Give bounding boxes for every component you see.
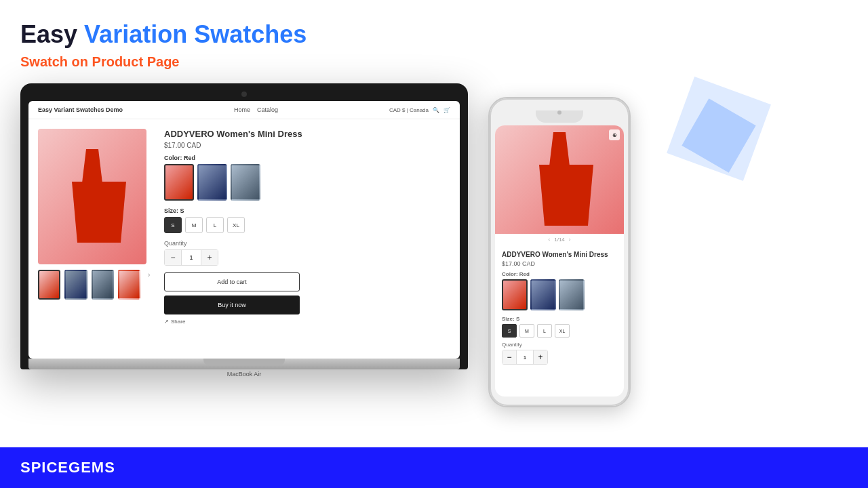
- quantity-control: − 1 +: [164, 249, 218, 266]
- color-swatch-floral[interactable]: [231, 164, 260, 201]
- laptop-stand: [203, 359, 285, 365]
- qty-minus-button[interactable]: −: [165, 250, 181, 265]
- dress-image: [72, 149, 113, 244]
- phone-color-swatch-red[interactable]: [502, 279, 528, 310]
- phone-size-m[interactable]: M: [519, 324, 534, 338]
- product-thumbnails: ›: [38, 270, 153, 300]
- size-m[interactable]: M: [185, 217, 203, 233]
- phone-prev-arrow[interactable]: ‹: [549, 237, 551, 243]
- phone-size-s[interactable]: S: [502, 324, 517, 338]
- phone-mockup: ⊕ ‹ 1/14 › ADDYVERO Women's Mini Dress $…: [488, 97, 631, 407]
- phone-camera: [557, 110, 561, 115]
- color-swatches: [164, 164, 450, 201]
- store-nav-links: Home Catalog: [234, 106, 278, 113]
- product-area: › ADDYVERO Women's Mini Dress $17.00 CAD…: [28, 119, 460, 334]
- thumbnail-1[interactable]: [38, 270, 60, 300]
- nav-home[interactable]: Home: [234, 106, 250, 113]
- product-details: ADDYVERO Women's Mini Dress $17.00 CAD C…: [164, 129, 450, 325]
- phone-zoom-icon[interactable]: ⊕: [609, 129, 620, 140]
- laptop-screen: Easy Variant Swatches Demo Home Catalog …: [28, 101, 460, 359]
- phone-color-swatch-navy[interactable]: [530, 279, 556, 310]
- store-nav-right: CAD $ | Canada 🔍 🛒: [389, 107, 450, 113]
- phone-size-label: Size: S: [502, 316, 617, 322]
- phone-image-nav: ‹ 1/14 ›: [495, 234, 624, 245]
- phone-color-swatch-floral[interactable]: [559, 279, 585, 310]
- size-xl[interactable]: XL: [227, 217, 245, 233]
- macbook-label: MacBook Air: [20, 371, 468, 378]
- cart-icon[interactable]: 🛒: [443, 107, 450, 113]
- color-swatch-red[interactable]: [164, 164, 194, 201]
- qty-plus-button[interactable]: +: [201, 250, 218, 265]
- laptop-base: [28, 359, 460, 369]
- phone-dress-image: [539, 132, 580, 227]
- store-logo: Easy Variant Swatches Demo: [38, 106, 123, 113]
- phone-quantity-control: − 1 +: [502, 350, 548, 365]
- phone-color-label: Color: Red: [502, 271, 617, 277]
- product-price: $17.00 CAD: [164, 142, 450, 149]
- search-icon[interactable]: 🔍: [433, 107, 439, 113]
- phone-qty-value: 1: [516, 350, 534, 364]
- thumbnail-2[interactable]: [64, 270, 87, 300]
- bottom-bar: SPICEGEMS: [0, 447, 868, 488]
- size-swatches: S M L XL: [164, 217, 450, 233]
- color-label: Color: Red: [164, 155, 450, 161]
- phone-next-arrow[interactable]: ›: [569, 237, 571, 243]
- phone-size-l[interactable]: L: [537, 324, 552, 338]
- spicegems-logo: SPICEGEMS: [20, 459, 115, 476]
- quantity-label: Quantity: [164, 240, 450, 247]
- qty-value: 1: [181, 250, 201, 265]
- product-main-image: [38, 129, 146, 264]
- size-l[interactable]: L: [206, 217, 224, 233]
- phone-product-title: ADDYVERO Women's Mini Dress: [502, 251, 617, 258]
- phone-notch: [536, 110, 583, 123]
- subtitle: Swatch on Product Page: [20, 54, 848, 70]
- phone-screen: ⊕ ‹ 1/14 › ADDYVERO Women's Mini Dress $…: [495, 125, 624, 396]
- laptop-body: Easy Variant Swatches Demo Home Catalog …: [20, 83, 468, 369]
- phone-size-swatches: S M L XL: [502, 324, 617, 338]
- phone-body: ⊕ ‹ 1/14 › ADDYVERO Women's Mini Dress $…: [488, 97, 631, 407]
- thumbnail-4[interactable]: [118, 270, 140, 300]
- laptop-mockup: Easy Variant Swatches Demo Home Catalog …: [20, 83, 468, 378]
- product-title: ADDYVERO Women's Mini Dress: [164, 129, 450, 139]
- thumbnail-next-arrow[interactable]: ›: [144, 270, 153, 279]
- size-s[interactable]: S: [164, 217, 182, 233]
- share-icon: ↗: [164, 319, 169, 325]
- main-title: Easy Variation Swatches: [20, 20, 848, 49]
- phone-product-price: $17.00 CAD: [502, 260, 617, 267]
- add-to-cart-button[interactable]: Add to cart: [164, 272, 300, 291]
- phone-product-details: ADDYVERO Women's Mini Dress $17.00 CAD C…: [495, 245, 624, 370]
- phone-quantity-label: Quantity: [502, 342, 617, 348]
- share-link[interactable]: ↗ Share: [164, 319, 450, 325]
- page-header: Easy Variation Swatches Swatch on Produc…: [0, 0, 868, 77]
- nav-catalog[interactable]: Catalog: [257, 106, 278, 113]
- phone-qty-minus[interactable]: −: [502, 350, 516, 364]
- size-label: Size: S: [164, 207, 450, 214]
- store-nav: Easy Variant Swatches Demo Home Catalog …: [28, 101, 460, 119]
- laptop-camera: [241, 92, 247, 97]
- phone-color-swatches: [502, 279, 617, 310]
- phone-qty-plus[interactable]: +: [534, 350, 547, 364]
- product-image-section: ›: [38, 129, 153, 325]
- phone-size-xl[interactable]: XL: [555, 324, 570, 338]
- phone-product-image: ⊕: [495, 125, 624, 234]
- buy-now-button[interactable]: Buy it now: [164, 296, 300, 314]
- color-swatch-navy[interactable]: [197, 164, 227, 201]
- thumbnail-3[interactable]: [92, 270, 114, 300]
